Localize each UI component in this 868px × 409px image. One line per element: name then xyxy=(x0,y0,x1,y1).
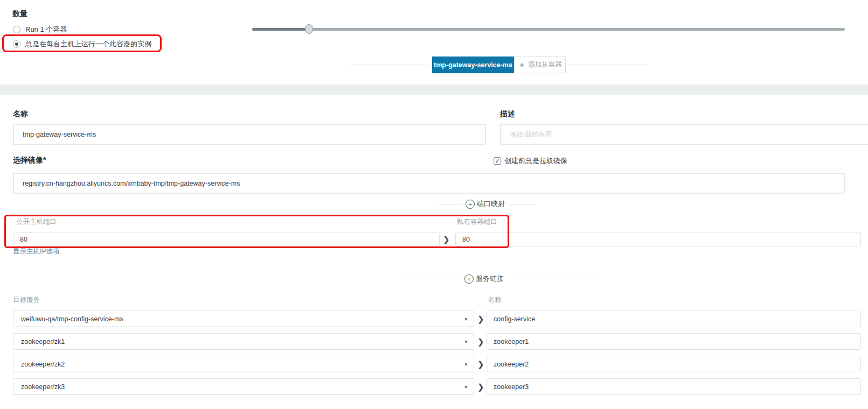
port-divider-right xyxy=(510,204,534,204)
port-chevron-icon: ❯ xyxy=(443,235,450,244)
service-link-name-input[interactable] xyxy=(487,356,861,372)
target-service-header: 目标服务 xyxy=(13,295,40,305)
target-service-value: weifuwu-qa/tmp-config-service-ms xyxy=(21,315,123,323)
port-mapping-section-label: 端口映射 xyxy=(477,199,505,209)
radio-global-service-label: 总是在每台主机上运行一个此容器的实例 xyxy=(25,39,151,49)
tab-divider-right xyxy=(569,65,648,65)
service-link-chevron-icon: ❯ xyxy=(477,314,484,324)
target-service-select[interactable]: zookeeper/zk2 ▼ xyxy=(13,356,474,372)
tab-container-label: tmp-gateway-service-ms xyxy=(434,61,512,69)
tab-divider-left xyxy=(350,65,429,65)
name-input[interactable] xyxy=(13,124,486,145)
slider-handle[interactable] xyxy=(305,24,313,34)
add-sidekick-button[interactable]: ＋ 添加从容器 xyxy=(514,57,566,73)
show-host-ip-link[interactable]: 显示主机IP选项 xyxy=(13,247,60,256)
pull-image-label: 创建前总是拉取镜像 xyxy=(504,156,567,166)
circle-plus-icon: + xyxy=(464,274,474,284)
target-service-value: zookeeper/zk2 xyxy=(21,361,65,368)
scale-slider[interactable] xyxy=(252,28,845,31)
image-input[interactable] xyxy=(13,173,845,194)
pull-image-checkbox[interactable]: ✓ xyxy=(494,157,501,165)
service-divider-right xyxy=(510,279,601,279)
target-service-value: zookeeper/zk3 xyxy=(21,383,65,391)
description-input[interactable] xyxy=(500,124,868,145)
name-label: 名称 xyxy=(13,109,28,119)
radio-run-one-label: Run 1 个容器 xyxy=(25,25,67,34)
radio-global-service-icon[interactable] xyxy=(13,40,20,48)
service-divider-left xyxy=(401,279,462,279)
service-links-section-label: 服务链接 xyxy=(476,274,504,284)
service-link-chevron-icon: ❯ xyxy=(477,337,484,347)
dropdown-arrow-icon: ▼ xyxy=(464,362,468,366)
service-link-chevron-icon: ❯ xyxy=(477,359,484,369)
radio-option-global-service[interactable]: 总是在每台主机上运行一个此容器的实例 xyxy=(13,39,151,49)
replica-slider-fill xyxy=(252,28,309,31)
service-link-name-input[interactable] xyxy=(487,378,861,395)
host-port-label: 公开主机端口 xyxy=(16,217,57,227)
service-link-chevron-icon: ❯ xyxy=(477,382,484,392)
dropdown-arrow-icon: ▼ xyxy=(464,316,468,321)
section-separator-band xyxy=(0,84,868,95)
target-service-value: zookeeper/zk1 xyxy=(21,338,65,345)
container-port-label: 私有容器端口 xyxy=(457,217,497,227)
target-service-select[interactable]: weifuwu-qa/tmp-config-service-ms ▼ xyxy=(13,311,474,327)
service-link-name-input[interactable] xyxy=(487,311,861,327)
add-sidekick-label: 添加从容器 xyxy=(528,60,562,69)
description-label: 描述 xyxy=(500,109,515,119)
select-image-label: 选择镜像* xyxy=(13,156,46,165)
port-divider-left xyxy=(438,204,462,204)
radio-run-one-icon[interactable] xyxy=(13,26,20,33)
add-port-mapping-button[interactable]: + 端口映射 xyxy=(466,199,505,209)
target-service-select[interactable]: zookeeper/zk1 ▼ xyxy=(13,333,474,350)
service-name-header: 名称 xyxy=(488,295,502,305)
service-link-name-input[interactable] xyxy=(487,333,861,350)
target-service-select[interactable]: zookeeper/zk3 ▼ xyxy=(13,378,474,395)
radio-option-run-one[interactable]: Run 1 个容器 xyxy=(13,25,67,34)
container-port-input[interactable] xyxy=(455,232,861,246)
tab-container-active[interactable]: tmp-gateway-service-ms xyxy=(432,57,514,73)
container-form-page: 数量 Run 1 个容器 总是在每台主机上运行一个此容器的实例 tmp-gate… xyxy=(0,0,868,409)
quantity-label: 数量 xyxy=(12,9,27,19)
pull-image-option[interactable]: ✓ 创建前总是拉取镜像 xyxy=(494,156,567,166)
circle-plus-icon: + xyxy=(466,200,475,209)
dropdown-arrow-icon: ▼ xyxy=(464,384,468,389)
plus-icon: ＋ xyxy=(518,60,525,70)
check-icon: ✓ xyxy=(495,158,499,164)
add-service-link-button[interactable]: + 服务链接 xyxy=(464,274,504,284)
host-port-input[interactable] xyxy=(13,232,440,246)
dropdown-arrow-icon: ▼ xyxy=(464,339,468,344)
